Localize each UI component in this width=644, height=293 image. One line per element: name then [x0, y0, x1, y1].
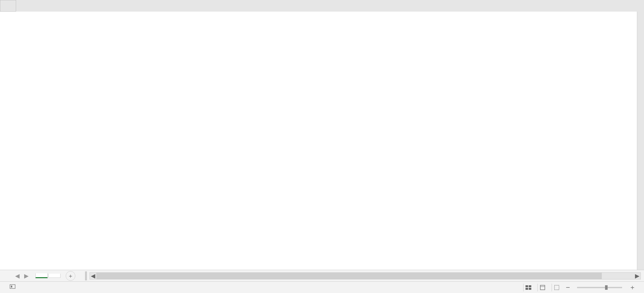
svg-rect-0: [10, 285, 15, 288]
svg-rect-4: [526, 288, 528, 290]
horizontal-scrollbar[interactable]: ◀ ▶: [90, 272, 641, 279]
svg-rect-2: [526, 285, 528, 287]
hscroll-track[interactable]: [96, 273, 634, 279]
hscroll-thumb[interactable]: [96, 273, 602, 279]
view-page-layout-icon[interactable]: [537, 284, 547, 291]
svg-rect-8: [554, 285, 559, 290]
sheet-tab-sheet1[interactable]: [48, 274, 61, 278]
sheet-tab-sales-data[interactable]: [35, 273, 48, 278]
tab-scroll-splitter[interactable]: [85, 271, 87, 280]
zoom-slider[interactable]: [577, 287, 622, 288]
horizontal-scroll-area: ◀ ▶: [85, 271, 641, 280]
view-normal-icon[interactable]: [523, 284, 533, 291]
zoom-slider-thumb[interactable]: [605, 285, 608, 290]
svg-rect-1: [11, 286, 12, 288]
sheet-tab-bar: ◀ ▶ ＋ ◀ ▶: [0, 270, 644, 281]
svg-rect-5: [529, 288, 531, 290]
spreadsheet-grid: [0, 0, 644, 270]
view-page-break-icon[interactable]: [552, 284, 561, 291]
zoom-in-button[interactable]: ＋: [629, 283, 636, 292]
svg-rect-6: [540, 285, 545, 290]
add-sheet-button[interactable]: ＋: [66, 271, 75, 281]
tab-nav-next-icon[interactable]: ▶: [23, 273, 30, 279]
vertical-scrollbar[interactable]: [637, 12, 644, 270]
svg-rect-3: [529, 285, 531, 287]
status-bar: − ＋: [0, 281, 644, 293]
hscroll-left-icon[interactable]: ◀: [90, 273, 96, 279]
select-all-corner[interactable]: [0, 0, 16, 12]
zoom-out-button[interactable]: −: [566, 283, 570, 292]
hscroll-right-icon[interactable]: ▶: [634, 273, 640, 279]
tab-nav-prev-icon[interactable]: ◀: [14, 273, 21, 279]
plus-icon: ＋: [68, 272, 73, 280]
macro-record-icon[interactable]: [10, 284, 15, 291]
column-headers-row: [0, 0, 644, 12]
